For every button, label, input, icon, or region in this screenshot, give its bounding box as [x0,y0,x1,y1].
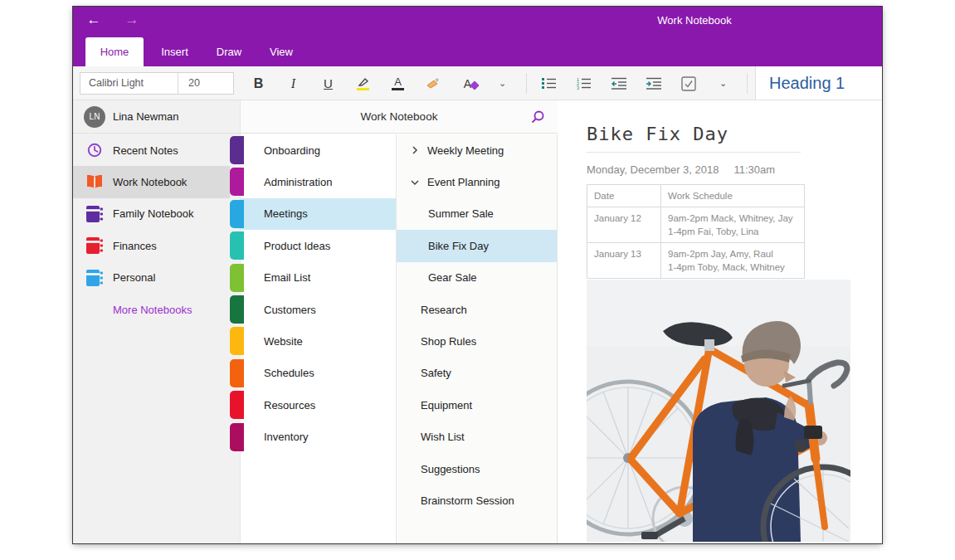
increase-indent-button[interactable] [642,72,665,95]
forward-button[interactable]: → [121,12,143,28]
page-date: Monday, December 3, 2018 [587,163,719,176]
format-painter-icon [426,77,441,90]
section-item-website[interactable]: Website [241,325,396,357]
section-label: Product Ideas [241,240,330,252]
back-button[interactable]: ← [83,12,105,28]
section-color-tab-resources[interactable] [230,391,244,419]
sidebar-item-family-notebook[interactable]: Family Notebook [73,198,230,230]
schedule-line: 9am-2pm Jay, Amy, Raul [668,247,797,261]
toolbar-separator-2 [747,73,748,94]
notebook-icon [86,206,104,222]
page-label: Brainstorm Session [397,494,514,507]
bullet-list-icon [542,77,556,90]
sidebar-item-label: Personal [113,271,155,284]
section-color-tab-schedules[interactable] [230,359,244,387]
chevron-down-icon[interactable] [410,178,420,187]
ribbon-tab-view[interactable]: View [261,37,302,66]
todo-tag-button[interactable] [677,72,699,95]
note-canvas[interactable]: Bike Fix Day Monday, December 3, 201811:… [558,100,882,543]
increase-indent-icon [646,77,661,90]
page-item-shop-rules[interactable]: Shop Rules [397,325,557,357]
style-gallery[interactable]: Heading 1 [755,66,882,100]
section-item-customers[interactable]: Customers [241,294,396,325]
page-title[interactable]: Bike Fix Day [587,124,728,144]
section-item-onboarding[interactable]: Onboarding [241,134,396,166]
font-color-icon: A [392,76,404,90]
section-label: Administration [241,176,332,188]
font-color-button[interactable]: A [387,72,409,95]
note-photo-man-carrying-orange-bike[interactable] [587,280,850,542]
page-item-summer-sale[interactable]: Summer Sale [397,198,557,230]
ribbon-tab-insert[interactable]: Insert [152,37,197,66]
notebooks-sidebar: LN Lina Newman Recent NotesWork Notebook… [73,100,241,543]
sidebar-item-finances[interactable]: Finances [73,230,230,261]
page-item-safety[interactable]: Safety [397,358,557,389]
tags-more-chevron[interactable]: ⌄ [712,72,734,95]
section-color-tab-website[interactable] [230,327,244,355]
sidebar-item-personal[interactable]: Personal [73,262,230,294]
section-color-tab-email-list[interactable] [230,264,244,292]
section-label: Resources [241,399,315,411]
table-cell-schedule: 9am-2pm Mack, Whitney, Jay1-4pm Fai, Tob… [661,207,805,243]
ribbon-tab-draw[interactable]: Draw [208,37,250,66]
sidebar-item-work-notebook[interactable]: Work Notebook [73,166,230,197]
numbered-list-button[interactable]: 123 [573,72,595,95]
section-color-tab-customers[interactable] [230,295,244,324]
table-header-work-schedule: Work Schedule [661,185,805,207]
italic-button[interactable]: I [282,72,305,95]
page-item-equipment[interactable]: Equipment [397,389,557,421]
page-item-gear-sale[interactable]: Gear Sale [397,262,557,294]
bullet-list-button[interactable] [538,72,560,95]
page-item-bike-fix-day[interactable]: Bike Fix Day [397,230,557,261]
section-item-resources[interactable]: Resources [241,389,396,421]
page-item-wish-list[interactable]: Wish List [397,421,557,453]
back-icon: ← [87,12,101,27]
bold-button[interactable]: B [247,72,270,95]
section-item-schedules[interactable]: Schedules [241,358,396,389]
font-size-select[interactable]: 20 [178,73,233,94]
font-name-select[interactable]: Calibri Light [80,73,178,94]
page-label: Bike Fix Day [397,240,489,252]
section-color-tab-meetings[interactable] [230,200,244,228]
highlight-button[interactable] [352,72,374,95]
avatar: LN [84,106,105,128]
work-schedule-table[interactable]: DateWork ScheduleJanuary 129am-2pm Mack,… [587,184,805,279]
notebook-icon [86,237,104,254]
section-color-tab-inventory[interactable] [230,423,244,451]
page-item-suggestions[interactable]: Suggestions [397,453,557,485]
font-more-chevron[interactable]: ⌄ [491,72,514,95]
search-button[interactable] [529,109,546,125]
more-notebooks-label: More Notebooks [113,304,192,316]
section-color-tab-product-ideas[interactable] [230,231,244,260]
ribbon-tab-home[interactable]: Home [85,37,144,66]
section-color-tab-administration[interactable] [230,168,244,196]
table-row: January 139am-2pm Jay, Amy, Raul1-4pm To… [587,243,805,279]
clear-formatting-button[interactable]: A [456,72,479,95]
notebook-panel-header: Work Notebook [241,100,558,134]
sidebar-item-recent-notes[interactable]: Recent Notes [73,134,230,166]
decrease-indent-button[interactable] [607,72,630,95]
account-row[interactable]: LN Lina Newman [73,100,240,134]
page-datetime: Monday, December 3, 201811:30am [587,163,775,176]
section-color-tab-onboarding[interactable] [230,136,244,164]
page-label: Summer Sale [397,207,494,220]
page-item-weekly-meeting[interactable]: Weekly Meeting [397,134,557,166]
page-item-event-planning[interactable]: Event Planning [397,166,557,197]
section-item-product-ideas[interactable]: Product Ideas [241,230,396,261]
page-label: Suggestions [397,463,480,475]
section-item-meetings[interactable]: Meetings [241,198,396,230]
font-controls: Calibri Light 20 [80,72,234,95]
section-item-administration[interactable]: Administration [241,166,396,197]
selected-style-label: Heading 1 [769,74,845,93]
section-item-email-list[interactable]: Email List [241,262,396,294]
page-item-brainstorm-session[interactable]: Brainstorm Session [397,485,557,516]
format-painter-button[interactable] [421,72,444,95]
underline-button[interactable]: U [317,72,339,95]
more-notebooks-link[interactable]: More Notebooks [73,294,230,325]
onenote-window: ← → Work Notebook HomeInsertDrawView Cal… [73,7,882,543]
toolbar-separator [526,73,527,94]
page-item-research[interactable]: Research [397,294,557,325]
section-item-inventory[interactable]: Inventory [241,421,396,453]
chevron-right-icon[interactable] [410,145,420,155]
schedule-line: 1-4pm Toby, Mack, Whitney [668,261,797,274]
